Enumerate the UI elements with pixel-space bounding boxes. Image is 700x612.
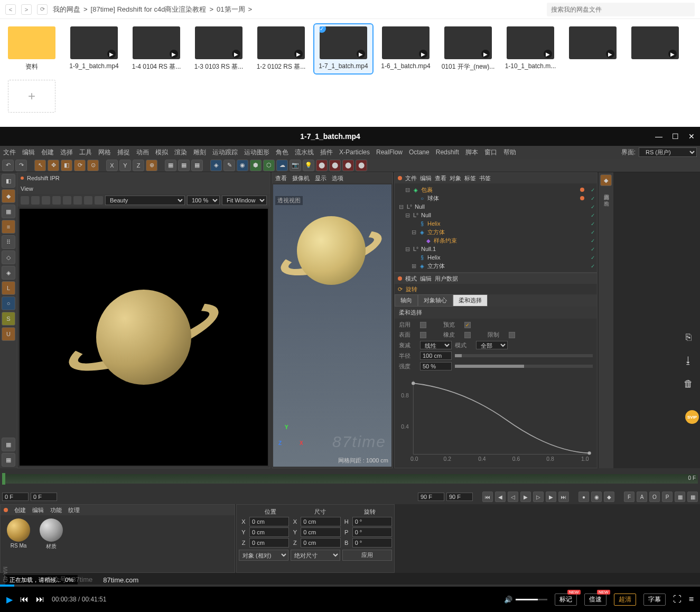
prev-key-icon[interactable]: ◀: [495, 492, 506, 502]
attr-tab-axis[interactable]: 轴向: [395, 294, 418, 307]
record-icon[interactable]: ●: [578, 492, 589, 502]
tree-item[interactable]: Null: [415, 203, 584, 210]
rot-b-input[interactable]: [352, 538, 392, 548]
subtitle-button[interactable]: 字幕: [643, 594, 666, 606]
file-item[interactable]: [564, 24, 622, 73]
menu-xparticles[interactable]: X-Particles: [339, 149, 370, 156]
play-button[interactable]: ▶: [6, 595, 13, 605]
attr-mode-select[interactable]: 全部: [476, 341, 508, 349]
file-item-folder[interactable]: 资料: [3, 24, 61, 73]
ipr-render-view[interactable]: [20, 209, 268, 466]
redo-icon[interactable]: ↷: [15, 160, 27, 171]
size-z-input[interactable]: [301, 538, 340, 548]
coord-apply-button[interactable]: 应用: [342, 550, 392, 561]
object-tree[interactable]: ⊟◈包裹✓ ○球体✓ ⊟L°Null✓ ⊟L°Null✓ §Helix✓ ⊟◈立…: [395, 183, 597, 272]
generator-icon[interactable]: ⬢: [250, 160, 262, 171]
rs-env-icon[interactable]: ⬤: [342, 160, 354, 171]
attr-menu-edit[interactable]: 编辑: [420, 275, 432, 283]
editable-icon[interactable]: ◧: [2, 174, 15, 188]
menu-help[interactable]: 帮助: [503, 148, 516, 157]
coord-system-icon[interactable]: ⊕: [146, 160, 157, 171]
volume-control[interactable]: 🔊: [504, 596, 547, 604]
tree-item[interactable]: Null: [421, 212, 584, 218]
light-icon[interactable]: 💡: [303, 160, 314, 171]
menu-edit[interactable]: 编辑: [22, 148, 35, 157]
camera-icon[interactable]: 📷: [290, 160, 301, 171]
file-item[interactable]: 0101 开学_(new)...: [439, 24, 497, 73]
frame-current-input[interactable]: [2, 493, 29, 501]
share-button[interactable]: ⎘: [677, 326, 700, 349]
menu-script[interactable]: 脚本: [465, 148, 478, 157]
menu-animate[interactable]: 动画: [136, 148, 149, 157]
next-button[interactable]: ⏭: [36, 595, 44, 604]
menu-tracker[interactable]: 运动跟踪: [212, 148, 238, 157]
playlist-button[interactable]: ≡: [689, 595, 694, 604]
search-input[interactable]: [547, 3, 695, 16]
render-view-icon[interactable]: ▦: [178, 160, 190, 171]
ipr-settings-icon[interactable]: [73, 196, 82, 205]
select-tool-icon[interactable]: ↖: [34, 160, 46, 171]
menu-file[interactable]: 文件: [3, 148, 16, 157]
pos-y-input[interactable]: [249, 527, 289, 537]
prev-frame-icon[interactable]: ◁: [508, 492, 518, 502]
menu-pipeline[interactable]: 流水线: [295, 148, 314, 157]
tree-item[interactable]: Null.1: [421, 246, 584, 252]
ipr-view-label[interactable]: View: [21, 186, 33, 192]
menu-select[interactable]: 选择: [60, 148, 73, 157]
tree-item[interactable]: 立方体: [427, 262, 584, 270]
rs-dome-icon[interactable]: ⬤: [329, 160, 341, 171]
ipr-misc-icon[interactable]: [95, 196, 103, 205]
y-axis-icon[interactable]: Y: [119, 160, 131, 171]
mat-menu-function[interactable]: 功能: [50, 506, 62, 514]
scene-menu-tags[interactable]: 标签: [464, 174, 476, 182]
tweak-icon[interactable]: ○: [2, 296, 15, 310]
playhead[interactable]: [2, 473, 5, 485]
recent-tool-icon[interactable]: ⊙: [87, 160, 99, 171]
attr-eraser-check[interactable]: [464, 332, 471, 338]
attr-radius-slider[interactable]: [455, 354, 593, 357]
next-key-icon[interactable]: ▶: [546, 492, 556, 502]
subdivision-icon[interactable]: ◉: [237, 160, 248, 171]
undo-icon[interactable]: ↶: [2, 160, 14, 171]
snap-icon[interactable]: S: [2, 312, 15, 326]
mark-button[interactable]: 标记NEW: [555, 594, 577, 606]
rs-light-icon[interactable]: ⬤: [316, 160, 328, 171]
scene-menu-view[interactable]: 查看: [435, 174, 446, 182]
add-item-button[interactable]: +: [3, 78, 61, 115]
menu-simulate[interactable]: 模拟: [155, 148, 168, 157]
attr-surface-check[interactable]: [420, 332, 426, 338]
quality-button[interactable]: 超清: [614, 594, 636, 606]
play-icon[interactable]: ▶: [520, 492, 531, 502]
nav-forward-button[interactable]: >: [21, 4, 32, 15]
timeline[interactable]: 0 F: [0, 468, 700, 489]
attr-falloff-select[interactable]: 线性: [420, 341, 452, 349]
edges-mode-icon[interactable]: ◇: [2, 251, 15, 264]
material-grid[interactable]: RS Ma 材质: [1, 515, 235, 553]
minimize-button[interactable]: —: [655, 132, 662, 141]
prev-button[interactable]: ⏮: [20, 595, 29, 604]
menu-render[interactable]: 渲染: [174, 148, 187, 157]
ipr-region-icon[interactable]: [84, 196, 92, 205]
mat-menu-texture[interactable]: 纹理: [68, 506, 80, 514]
menu-plugins[interactable]: 插件: [320, 148, 333, 157]
file-item[interactable]: 1-2 0102 RS 基...: [252, 24, 310, 73]
deformer-icon[interactable]: ⬡: [263, 160, 275, 171]
timeline-ruler[interactable]: 0 F: [2, 474, 698, 484]
ctrl-f-icon[interactable]: F: [624, 492, 634, 502]
attr-radius-input[interactable]: [420, 351, 452, 360]
rotate-tool-icon[interactable]: ⟳: [74, 160, 86, 171]
scene-menu-file[interactable]: 文件: [405, 174, 417, 182]
ctrl-p-icon[interactable]: P: [662, 492, 673, 502]
file-item[interactable]: 1-4 0104 RS 基...: [127, 24, 185, 73]
menu-sculpt[interactable]: 雕刻: [193, 148, 206, 157]
ipr-play-icon[interactable]: [21, 196, 29, 205]
menu-character[interactable]: 角色: [276, 148, 288, 157]
attr-tab-objaxis[interactable]: 对象轴心: [418, 294, 453, 307]
move-tool-icon[interactable]: ✥: [48, 160, 59, 171]
tree-item[interactable]: 球体: [427, 194, 578, 202]
ipr-lock-icon[interactable]: [42, 196, 50, 205]
material-item[interactable]: 材质: [36, 518, 66, 550]
pos-z-input[interactable]: [249, 538, 289, 548]
viewport-3d[interactable]: 透视视图 X Y Z 87time 网格间距 : 1000 cm: [273, 184, 391, 467]
attr-strength-slider[interactable]: [455, 365, 593, 368]
